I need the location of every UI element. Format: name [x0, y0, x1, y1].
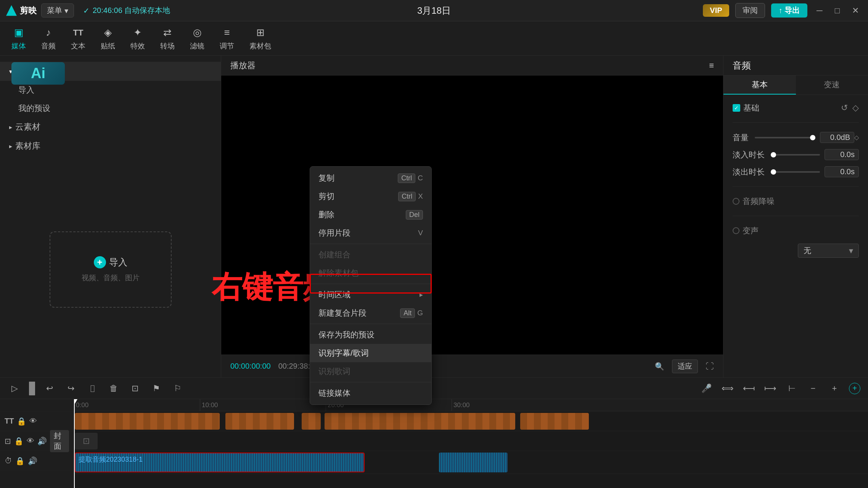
- track-audio-vol-icon[interactable]: 🔊: [28, 456, 37, 466]
- toolbar-item-audio[interactable]: ♪ 音频: [41, 26, 56, 51]
- volume-slider[interactable]: [755, 137, 815, 138]
- player-fit-button[interactable]: 适应: [672, 360, 698, 373]
- zoom-in-button[interactable]: +: [828, 382, 841, 395]
- select-tool-button[interactable]: ▷: [8, 382, 21, 395]
- timeline-tracks: 0:00 10:00 20:00 30:00 ⊡: [74, 399, 868, 488]
- tl-btn-2[interactable]: ⊡: [128, 382, 142, 395]
- export-icon: ↑: [779, 6, 783, 14]
- ruler-mark-30: 30:00: [452, 399, 470, 411]
- redo-button[interactable]: ↪: [64, 382, 78, 395]
- toolbar-item-effect[interactable]: ✦ 特效: [130, 26, 145, 51]
- right-panel-header: 音频: [723, 56, 868, 75]
- delete-button[interactable]: 🗑: [107, 382, 121, 395]
- toolbar-item-sticker[interactable]: ◈ 贴纸: [101, 26, 115, 51]
- track-cover-audio-icon[interactable]: 🔊: [37, 437, 47, 446]
- toolbar-item-transition[interactable]: ⇄ 转场: [160, 26, 175, 51]
- ctx-save-preset[interactable]: 保存为我的预设: [310, 326, 431, 344]
- mic-button[interactable]: 🎤: [699, 382, 713, 395]
- fadeout-row: 淡出时长 0.0s: [733, 166, 859, 177]
- timeline-area: ▷ ↩ ↪ ⌷ 🗑 ⊡ ⚑ ⚐ 🎤 ⟺ ⟻ ⟼ ⊢ − + + TT 🔒 👁 ⊡: [0, 377, 868, 488]
- voice-toggle[interactable]: [733, 227, 739, 234]
- nav-my-preset[interactable]: 我的预设: [0, 99, 221, 117]
- close-button[interactable]: ✕: [849, 6, 862, 16]
- audio-clip-2[interactable]: [439, 453, 508, 472]
- ctx-time-range[interactable]: 时间区域 ▸: [310, 286, 431, 304]
- toolbar-item-package[interactable]: ⊞ 素材包: [249, 26, 271, 51]
- review-button[interactable]: 审阅: [735, 3, 765, 18]
- player-time-current: 00:00:00:00: [230, 362, 271, 371]
- toolbar-item-filter[interactable]: ◎ 滤镜: [190, 26, 204, 51]
- fadein-row: 淡入时长 0.0s: [733, 149, 859, 160]
- voice-dropdown-icon: ▾: [849, 246, 853, 256]
- export-button[interactable]: ↑ 导出: [771, 3, 808, 18]
- track-cover-lock-icon[interactable]: 🔒: [14, 437, 24, 446]
- player-zoom-icon[interactable]: 🔍: [655, 362, 664, 371]
- track-cover-icon: ⊡: [5, 437, 11, 446]
- ctx-divider-3: [310, 324, 431, 324]
- track-header-audio: ⏱ 🔒 🔊: [0, 451, 74, 471]
- denoise-toggle[interactable]: [733, 198, 739, 205]
- import-dropzone[interactable]: + 导入 视频、音频、图片: [50, 231, 172, 308]
- fadeout-slider-wrap: 0.0s: [771, 166, 859, 177]
- ctx-cut[interactable]: 剪切 Ctrl X: [310, 187, 431, 205]
- tl-clip-btn-2[interactable]: ⟻: [742, 382, 756, 395]
- denoise-label: 音频降噪: [733, 196, 775, 207]
- voice-select[interactable]: 无 ▾: [798, 244, 859, 258]
- flag-button[interactable]: ⚑: [149, 382, 163, 395]
- player-fullscreen-icon[interactable]: ⛶: [706, 361, 714, 371]
- nav-library[interactable]: ▸ 素材库: [0, 136, 221, 156]
- split-button[interactable]: ⌷: [85, 382, 99, 395]
- nav-library-arrow-icon: ▸: [9, 143, 12, 150]
- ctx-new-compound[interactable]: 新建复合片段 Alt G: [310, 304, 431, 322]
- ctx-recognize[interactable]: 识别字幕/歌词: [310, 344, 431, 362]
- menu-button[interactable]: 菜单 ▾: [41, 3, 74, 18]
- text-clip[interactable]: [75, 413, 220, 430]
- text-clip-4[interactable]: [325, 413, 515, 430]
- vip-button[interactable]: VIP: [703, 4, 729, 17]
- tl-btn-1[interactable]: [29, 382, 35, 395]
- timeline-playhead[interactable]: [74, 399, 75, 488]
- track-cover-vis-icon[interactable]: 👁: [27, 437, 34, 445]
- toolbar-item-adjust[interactable]: ≡ 调节: [220, 26, 234, 51]
- tl-clip-btn-1[interactable]: ⟺: [721, 382, 735, 395]
- ctx-link-media[interactable]: 链接媒体: [310, 384, 431, 402]
- tab-speed[interactable]: 变速: [796, 75, 868, 95]
- cover-label: 封面: [50, 430, 69, 452]
- audio-clip[interactable]: 提取音频20230318-1: [75, 453, 365, 472]
- player-video: [221, 75, 723, 355]
- track-vis-icon[interactable]: 👁: [29, 417, 37, 425]
- track-lock-icon[interactable]: 🔒: [17, 417, 26, 426]
- autosave-check-icon: ✓: [83, 6, 90, 15]
- right-tabs: 基本 变速: [723, 75, 868, 95]
- fadeout-slider[interactable]: [771, 171, 820, 173]
- toolbar-item-text[interactable]: TT 文本: [71, 26, 85, 51]
- tl-clip-btn-3[interactable]: ⟼: [764, 382, 777, 395]
- player-menu-icon: ≡: [709, 61, 714, 71]
- volume-keyframe-icon[interactable]: ◇: [854, 134, 859, 141]
- tab-basic[interactable]: 基本: [723, 75, 796, 95]
- ctx-delete[interactable]: 删除 Del: [310, 205, 431, 224]
- cover-clip[interactable]: ⊡: [75, 433, 98, 449]
- text-clip-2[interactable]: [225, 413, 294, 430]
- toolbar-item-media[interactable]: ▣ 媒体: [11, 26, 26, 51]
- voice-label: 变声: [733, 225, 759, 236]
- tl-add-button[interactable]: +: [849, 383, 860, 394]
- tl-btn-3[interactable]: ⚐: [171, 382, 185, 395]
- ctx-copy[interactable]: 复制 Ctrl C: [310, 169, 431, 187]
- zoom-out-button[interactable]: −: [806, 382, 820, 395]
- text-clip-5[interactable]: [520, 413, 589, 430]
- reset-icon[interactable]: ↺: [841, 103, 848, 113]
- nav-cloud[interactable]: ▸ 云素材: [0, 117, 221, 136]
- import-button[interactable]: + 导入: [94, 256, 127, 268]
- text-clip-3[interactable]: [302, 413, 321, 430]
- minimize-button[interactable]: ─: [813, 6, 826, 16]
- fadein-slider[interactable]: [771, 154, 820, 156]
- audio-waveform-2: [439, 453, 508, 472]
- right-content: ✓ 基础 ↺ ◇ 音量 0.0dB ◇: [723, 95, 868, 265]
- maximize-button[interactable]: □: [832, 6, 843, 16]
- basic-checkbox[interactable]: ✓: [733, 104, 740, 112]
- track-audio-lock-icon[interactable]: 🔒: [15, 456, 25, 466]
- tl-clip-btn-4[interactable]: ⊢: [785, 382, 799, 395]
- undo-button[interactable]: ↩: [43, 382, 56, 395]
- ctx-stop[interactable]: 停用片段 V: [310, 224, 431, 242]
